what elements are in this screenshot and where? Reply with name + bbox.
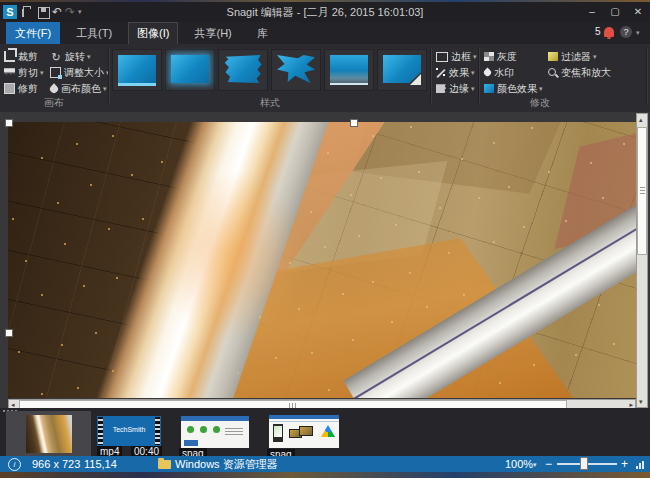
redo-button[interactable]: ↷ — [65, 4, 75, 20]
zoom-caret-icon[interactable]: ▾ — [533, 457, 537, 473]
vertical-scrollbar-thumb[interactable] — [637, 127, 647, 255]
rivet-dot — [463, 294, 465, 296]
style-tile-page-curl[interactable] — [377, 49, 427, 91]
group-separator — [430, 48, 431, 104]
group-label-canvas: 画布 — [0, 96, 108, 110]
tab-tools[interactable]: 工具(T) — [67, 22, 121, 44]
group-label-styles: 样式 — [112, 96, 428, 110]
filters-button[interactable]: 过滤器▾ — [548, 48, 597, 64]
green-circle-icon — [187, 426, 194, 433]
style-tile-fade-edge[interactable] — [324, 49, 374, 91]
border-button[interactable]: 边框▾ — [436, 48, 477, 64]
style-tile-torn-edge[interactable] — [218, 49, 268, 91]
rivet-dot — [358, 235, 360, 237]
blue-box — [184, 440, 198, 446]
group-separator — [646, 48, 647, 104]
cut-button[interactable]: 剪切▾ — [4, 64, 44, 80]
dropdown-caret-icon: ▾ — [471, 69, 475, 76]
tab-image[interactable]: 图像(I) — [128, 22, 178, 44]
color-effects-label: 颜色效果 — [497, 83, 537, 94]
style-tile-border[interactable] — [112, 49, 162, 91]
color-effects-button[interactable]: 颜色效果▾ — [484, 80, 543, 96]
grayscale-button[interactable]: 灰度 — [484, 48, 517, 64]
rivet-dot — [352, 339, 354, 341]
trim-icon — [4, 83, 15, 94]
trim-button[interactable]: 修剪 — [4, 80, 38, 96]
zoom-magnify-button[interactable]: 变焦和放大 — [548, 64, 611, 80]
rivet-dot — [499, 382, 501, 384]
selection-handle-top-center[interactable] — [350, 119, 358, 127]
maximize-button[interactable]: ▢ — [606, 4, 624, 19]
rivet-dot — [116, 277, 118, 279]
undo-button[interactable]: ↶ — [52, 4, 62, 20]
notification-bell-icon[interactable] — [604, 27, 614, 37]
torn-edge-icon — [436, 84, 446, 93]
zoom-out-button[interactable]: − — [545, 456, 552, 472]
selection-handle-top-left[interactable] — [5, 119, 13, 127]
canvas-color-button[interactable]: 画布颜色▾ — [50, 80, 107, 96]
close-button[interactable]: ✕ — [629, 4, 647, 19]
scroll-down-icon[interactable]: ▾ — [639, 397, 643, 406]
ribbon: 裁剪 ↻旋转▾ 剪切▾ 调整大小▾ 修剪 画布颜色▾ 画布 样式 边框▾ — [0, 44, 650, 114]
rivet-dot — [342, 293, 344, 295]
crop-button[interactable]: 裁剪 — [4, 48, 38, 64]
selection-handle-left-middle[interactable] — [5, 329, 13, 337]
cut-label: 剪切 — [18, 67, 38, 78]
captured-image[interactable] — [8, 122, 636, 398]
dropdown-caret-icon: ▾ — [87, 53, 91, 60]
rotate-button[interactable]: ↻旋转▾ — [50, 48, 91, 64]
canvas-color-label: 画布颜色 — [61, 83, 101, 94]
monitor-graphic — [299, 426, 313, 436]
zoom-level[interactable]: 100% — [505, 456, 533, 472]
tray-item-capture-3[interactable] — [269, 415, 339, 448]
tray-grip-icon[interactable] — [3, 410, 5, 412]
watermark-button[interactable]: 水印 — [484, 64, 514, 80]
effects-button[interactable]: 效果▾ — [436, 64, 475, 80]
rivet-dot — [25, 260, 27, 262]
edges-label: 边缘 — [449, 83, 469, 94]
ribbon-tab-bar: 文件(F)工具(T)图像(I)共享(H)库 5 ? ▾ — [0, 22, 650, 44]
rivet-dot — [310, 211, 312, 213]
zoom-slider-thumb[interactable] — [580, 457, 588, 470]
rivet-dot — [613, 343, 615, 345]
minimize-button[interactable]: – — [583, 4, 601, 19]
group-separator — [108, 48, 109, 104]
resize-button[interactable]: 调整大小▾ — [50, 64, 110, 80]
help-caret-icon[interactable]: ▾ — [636, 29, 640, 37]
snagit-app-icon[interactable]: S — [3, 5, 17, 19]
rivet-dot — [448, 252, 450, 254]
source-application: Windows 资源管理器 — [175, 456, 278, 472]
scroll-up-icon[interactable]: ▴ — [639, 115, 643, 124]
vertical-scrollbar[interactable]: ▴ ▾ — [636, 113, 648, 408]
tray-item-current[interactable] — [6, 411, 91, 456]
tab-file[interactable]: 文件(F) — [6, 22, 60, 44]
editor-canvas: ◂ ▸ ▴ ▾ — [0, 112, 650, 408]
help-icon[interactable]: ? — [620, 26, 632, 38]
zoom-in-button[interactable]: + — [621, 456, 628, 472]
current-image-thumbnail — [26, 415, 72, 453]
green-circle-icon — [200, 426, 207, 433]
rivet-dot — [523, 226, 525, 228]
style-tile-shadow[interactable] — [165, 49, 215, 91]
text-line — [225, 431, 243, 432]
save-icon[interactable] — [38, 7, 50, 19]
magic-wand-icon — [436, 68, 446, 78]
rivet-dot — [409, 272, 411, 274]
rivet-dot — [602, 197, 604, 199]
edges-button[interactable]: 边缘▾ — [436, 80, 475, 96]
open-icon[interactable] — [22, 9, 24, 17]
quick-access-caret-icon[interactable]: ▾ — [78, 8, 82, 16]
tab-library[interactable]: 库 — [248, 22, 277, 44]
style-tile-ripped[interactable] — [271, 49, 321, 91]
tab-share[interactable]: 共享(H) — [185, 22, 240, 44]
rivet-dot — [108, 228, 110, 230]
notification-count: 5 — [595, 26, 601, 37]
crop-icon — [4, 51, 15, 62]
tray-item-video[interactable]: TechSmith — [97, 416, 161, 446]
cut-icon — [4, 68, 15, 77]
rivet-dot — [391, 321, 393, 323]
tray-item-capture-2[interactable] — [181, 416, 249, 448]
rotate-label: 旋转 — [65, 51, 85, 62]
info-icon[interactable]: i — [8, 458, 21, 471]
filter-icon — [548, 52, 558, 61]
